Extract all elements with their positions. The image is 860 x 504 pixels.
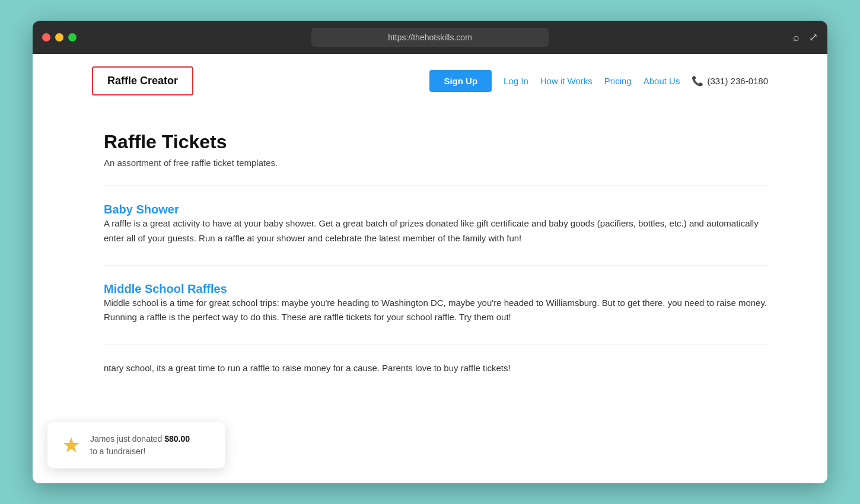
browser-chrome: https://thehotskills.com ⌕ ⤢ (33, 21, 827, 54)
login-link[interactable]: Log In (504, 76, 528, 86)
minimize-button[interactable] (55, 33, 63, 42)
signup-button[interactable]: Sign Up (429, 70, 492, 92)
expand-icon[interactable]: ⤢ (809, 31, 818, 44)
main-content: Raffle Tickets An assortment of free raf… (33, 107, 827, 419)
article-middle-school: Middle School Raffles Middle school is a… (104, 282, 768, 326)
toast-amount: $80.00 (164, 434, 190, 444)
how-it-works-link[interactable]: How it Works (540, 76, 593, 86)
article-body-middle-school: Middle school is a time for great school… (104, 296, 768, 326)
maximize-button[interactable] (68, 33, 77, 42)
article-elementary-school: ntary school, its a great time to run a … (104, 361, 768, 376)
phone-icon: 📞 (692, 75, 703, 87)
close-button[interactable] (42, 33, 50, 42)
toast-donor: James just donated (90, 434, 164, 444)
page-content: Raffle Creator Sign Up Log In How it Wor… (33, 54, 827, 483)
pricing-link[interactable]: Pricing (604, 76, 632, 86)
article-title-baby-shower[interactable]: Baby Shower (104, 203, 179, 216)
toast-recipient: to a fundraiser! (90, 446, 145, 456)
page-title: Raffle Tickets (104, 131, 768, 153)
article-title-middle-school[interactable]: Middle School Raffles (104, 282, 227, 295)
about-us-link[interactable]: About Us (644, 76, 680, 86)
address-bar[interactable]: https://thehotskills.com (311, 28, 549, 47)
main-divider (104, 186, 768, 186)
nav-area: Sign Up Log In How it Works Pricing Abou… (429, 70, 768, 92)
browser-window: https://thehotskills.com ⌕ ⤢ Raffle Crea… (33, 21, 827, 483)
site-header: Raffle Creator Sign Up Log In How it Wor… (33, 54, 827, 107)
article-body-elementary: ntary school, its a great time to run a … (104, 361, 768, 376)
logo-wrapper[interactable]: Raffle Creator (92, 66, 193, 95)
logo-text: Raffle Creator (107, 75, 178, 87)
search-icon[interactable]: ⌕ (793, 31, 800, 44)
url-text: https://thehotskills.com (388, 33, 472, 42)
star-icon: ★ (62, 433, 81, 458)
article-baby-shower: Baby Shower A raffle is a great activity… (104, 203, 768, 246)
page-subtitle: An assortment of free raffle ticket temp… (104, 158, 768, 168)
toast-notification: ★ James just donated $80.00 to a fundrai… (47, 422, 225, 468)
section-divider-1 (104, 265, 768, 266)
toast-text: James just donated $80.00 to a fundraise… (90, 433, 190, 458)
browser-icons: ⌕ ⤢ (793, 31, 818, 44)
article-body-baby-shower: A raffle is a great activity to have at … (104, 216, 768, 246)
traffic-lights (42, 33, 77, 42)
phone-number: (331) 236-0180 (707, 76, 768, 86)
section-divider-2 (104, 344, 768, 344)
phone-contact: 📞 (331) 236-0180 (692, 75, 768, 87)
